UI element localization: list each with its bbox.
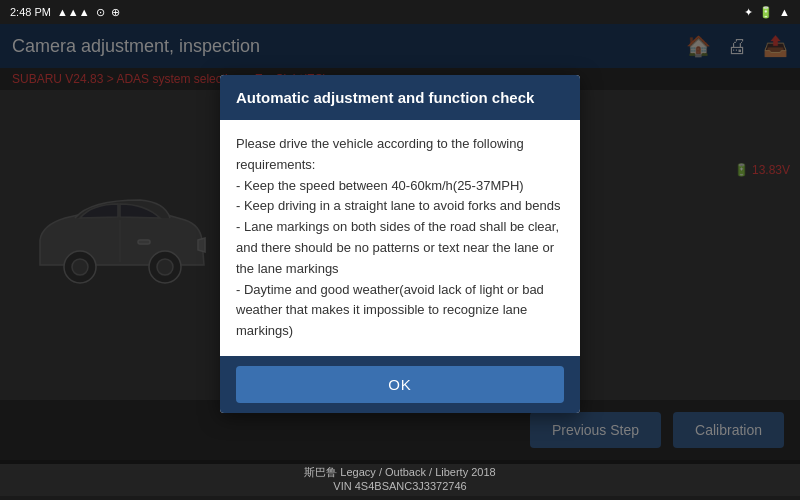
vehicle-vin: VIN 4S4BSANC3J3372746 [333,480,466,492]
nav-bar: ◀ ● ■ ⛶ [0,496,800,500]
signal-icon: ▲▲▲ [57,6,90,18]
dialog-title: Automatic adjustment and function check [236,89,534,106]
status-right: ✦ 🔋 ▲ [744,6,790,19]
dialog-footer: OK [220,356,580,413]
wifi-status-icon: ▲ [779,6,790,18]
status-left: 2:48 PM ▲▲▲ ⊙ ⊕ [10,6,120,19]
modal-overlay: Automatic adjustment and function check … [0,24,800,464]
wifi-icon: ⊙ [96,6,105,19]
extra-icon: ⊕ [111,6,120,19]
dialog: Automatic adjustment and function check … [220,75,580,413]
ok-button[interactable]: OK [236,366,564,403]
dialog-body: Please drive the vehicle according to th… [220,120,580,356]
time-display: 2:48 PM [10,6,51,18]
bluetooth-icon: ✦ [744,6,753,19]
battery-icon: 🔋 [759,6,773,19]
dialog-header: Automatic adjustment and function check [220,75,580,120]
dialog-body-text: Please drive the vehicle according to th… [236,136,560,338]
status-bar: 2:48 PM ▲▲▲ ⊙ ⊕ ✦ 🔋 ▲ [0,0,800,24]
vehicle-info: 斯巴鲁 Legacy / Outback / Liberty 2018 VIN … [0,460,800,496]
vehicle-name: 斯巴鲁 Legacy / Outback / Liberty 2018 [304,465,495,480]
